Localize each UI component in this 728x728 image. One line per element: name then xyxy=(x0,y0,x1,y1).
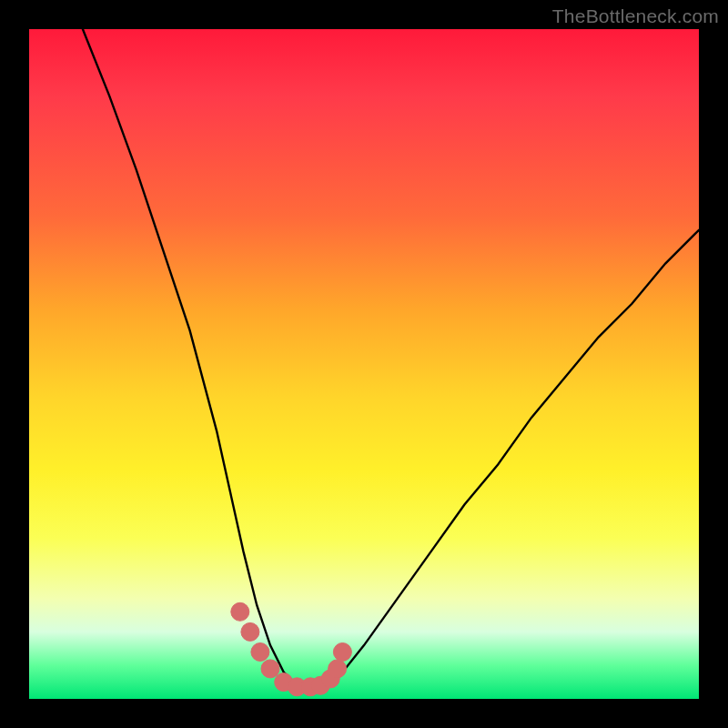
chart-frame: TheBottleneck.com xyxy=(0,0,728,728)
svg-point-3 xyxy=(261,660,279,678)
chart-svg xyxy=(29,29,699,699)
bottleneck-curve xyxy=(83,29,699,685)
svg-point-10 xyxy=(333,643,351,662)
plot-area xyxy=(29,29,699,699)
svg-point-2 xyxy=(251,643,269,662)
watermark-text: TheBottleneck.com xyxy=(552,5,719,27)
svg-point-9 xyxy=(329,660,347,678)
highlighted-points xyxy=(231,602,352,696)
svg-point-0 xyxy=(231,602,249,621)
svg-point-1 xyxy=(241,622,259,641)
